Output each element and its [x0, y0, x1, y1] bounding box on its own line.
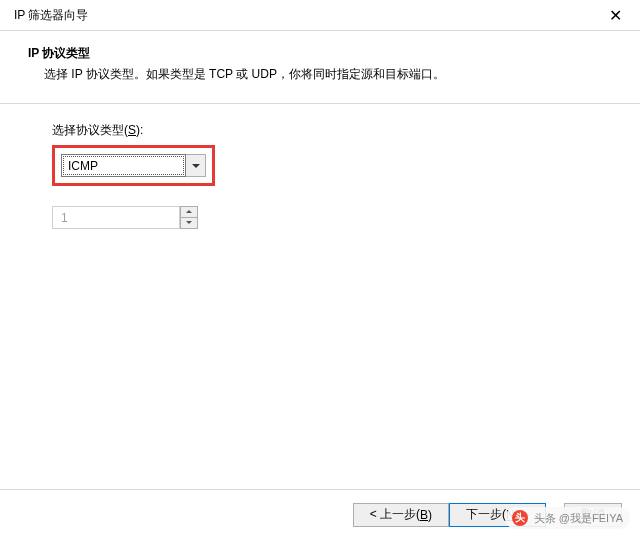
chevron-down-icon: [192, 164, 200, 168]
window-title: IP 筛选器向导: [14, 7, 88, 24]
spinner-up-button[interactable]: [180, 206, 198, 218]
protocol-type-label: 选择协议类型(S):: [52, 122, 640, 139]
combobox-dropdown-button[interactable]: [186, 154, 206, 177]
watermark-text: 头条 @我是FEIYA: [534, 511, 623, 526]
protocol-type-combobox[interactable]: ICMP: [61, 154, 206, 177]
spinner-down-button[interactable]: [180, 218, 198, 230]
arrow-down-icon: [186, 221, 192, 224]
back-button[interactable]: < 上一步(B): [353, 503, 449, 527]
content-area: 选择协议类型(S): ICMP 1: [0, 104, 640, 229]
spinner-buttons: [180, 206, 198, 229]
wizard-window: IP 筛选器向导 ✕ IP 协议类型 选择 IP 协议类型。如果类型是 TCP …: [0, 0, 640, 539]
titlebar: IP 筛选器向导 ✕: [0, 0, 640, 30]
highlight-annotation: ICMP: [52, 145, 215, 186]
close-icon[interactable]: ✕: [600, 6, 630, 25]
protocol-number-spinner: 1: [52, 206, 640, 229]
protocol-number-input: 1: [52, 206, 180, 229]
header-title: IP 协议类型: [28, 45, 612, 62]
header-description: 选择 IP 协议类型。如果类型是 TCP 或 UDP，你将同时指定源和目标端口。: [28, 66, 612, 83]
wizard-header: IP 协议类型 选择 IP 协议类型。如果类型是 TCP 或 UDP，你将同时指…: [0, 31, 640, 93]
watermark-icon: 头: [512, 510, 528, 526]
watermark: 头 头条 @我是FEIYA: [505, 507, 630, 529]
protocol-type-value[interactable]: ICMP: [61, 154, 186, 177]
arrow-up-icon: [186, 210, 192, 213]
